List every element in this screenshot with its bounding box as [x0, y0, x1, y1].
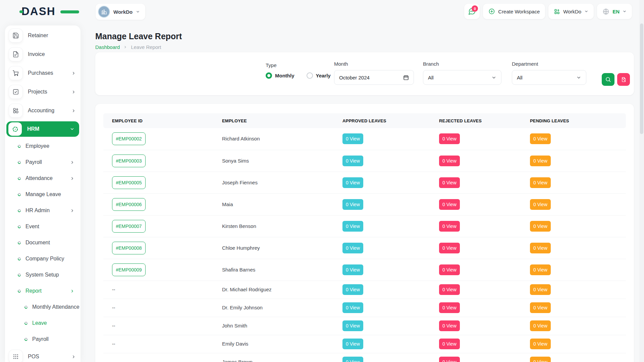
rejected-leaves-view-button[interactable]: 0 View	[439, 177, 460, 188]
sidebar-item-accounting[interactable]: Accounting	[5, 101, 80, 120]
rejected-leaves-view-button[interactable]: 0 View	[439, 243, 460, 253]
breadcrumb: Dashboard Leave Report	[95, 44, 161, 50]
branch-select[interactable]: All	[423, 70, 501, 85]
pending-leaves-view-button[interactable]: 0 View	[530, 221, 551, 232]
scrollbar[interactable]	[639, 0, 644, 362]
bullet-icon	[17, 289, 21, 293]
sidebar-subitem-document[interactable]: Document	[5, 235, 80, 251]
rejected-leaves-view-button[interactable]: 0 View	[439, 264, 460, 275]
pending-leaves-view-button[interactable]: 0 View	[530, 156, 551, 166]
approved-leaves-view-button[interactable]: 0 View	[342, 199, 363, 210]
sidebar-item-purchases[interactable]: Purchases	[5, 64, 80, 82]
pending-leaves-view-button[interactable]: 0 View	[530, 199, 551, 210]
search-button[interactable]	[602, 73, 614, 86]
bullet-icon	[24, 321, 28, 325]
approved-leaves-view-button[interactable]: 0 View	[342, 320, 363, 331]
scrollbar-thumb[interactable]	[640, 23, 643, 134]
employee-name: Dr. Emily Johnson	[222, 305, 263, 310]
rejected-leaves-view-button[interactable]: 0 View	[439, 156, 460, 166]
pending-leaves-view-button[interactable]: 0 View	[530, 177, 551, 188]
workspace-name: WorkDo	[113, 9, 132, 15]
app-switcher-button[interactable]: WorkDo	[548, 4, 594, 19]
messages-button[interactable]: 0	[464, 4, 480, 19]
sidebar-item-label: Payroll	[25, 159, 70, 165]
rejected-leaves-view-button[interactable]: 0 View	[439, 199, 460, 210]
sidebar-subitem-manage-leave[interactable]: Manage Leave	[5, 186, 80, 202]
sidebar-subitem-leave[interactable]: Leave	[5, 315, 80, 331]
approved-leaves-view-button[interactable]: 0 View	[342, 243, 363, 253]
department-filter-group: Department All	[512, 61, 586, 85]
sidebar-item-label: Purchases	[28, 70, 71, 76]
type-radio-yearly[interactable]: Yearly	[307, 72, 331, 79]
month-value: October 2024	[339, 75, 370, 80]
employee-id-button[interactable]: #EMP00007	[112, 220, 146, 233]
sidebar-subitem-report[interactable]: Report	[5, 283, 80, 299]
sidebar-item-label: Document	[25, 240, 74, 246]
sidebar-item-pos[interactable]: POS	[5, 347, 80, 362]
type-radio-monthly[interactable]: Monthly	[266, 72, 294, 79]
approved-leaves-view-button[interactable]: 0 View	[342, 177, 363, 188]
sidebar-subitem-company-policy[interactable]: Company Policy	[5, 251, 80, 267]
rejected-leaves-view-button[interactable]: 0 View	[439, 339, 460, 349]
employee-id-button[interactable]: #EMP00009	[112, 263, 146, 276]
app-switcher-label: WorkDo	[563, 9, 581, 14]
rejected-leaves-view-button[interactable]: 0 View	[439, 221, 460, 232]
approved-leaves-view-button[interactable]: 0 View	[342, 221, 363, 232]
pending-leaves-view-button[interactable]: 0 View	[530, 320, 551, 331]
pending-leaves-view-button[interactable]: 0 View	[530, 284, 551, 295]
approved-leaves-view-button[interactable]: 0 View	[342, 357, 363, 362]
create-workspace-button[interactable]: Create Workspace	[483, 4, 545, 19]
sidebar-subitem-hr-admin[interactable]: HR Admin	[5, 202, 80, 219]
sidebar-item-projects[interactable]: Projects	[5, 82, 80, 101]
reset-filter-button[interactable]	[617, 73, 630, 86]
approved-leaves-view-button[interactable]: 0 View	[342, 133, 363, 144]
rejected-leaves-view-button[interactable]: 0 View	[439, 357, 460, 362]
sidebar-item-label: Monthly Attendance	[32, 304, 79, 310]
language-selector[interactable]: EN	[597, 4, 632, 19]
rejected-leaves-view-button[interactable]: 0 View	[439, 284, 460, 295]
rejected-leaves-view-button[interactable]: 0 View	[439, 320, 460, 331]
month-input[interactable]: October 2024	[334, 70, 414, 85]
rejected-leaves-view-button[interactable]: 0 View	[439, 302, 460, 313]
approved-leaves-view-button[interactable]: 0 View	[342, 284, 363, 295]
pending-leaves-view-button[interactable]: 0 View	[530, 339, 551, 349]
pending-leaves-view-button[interactable]: 0 View	[530, 133, 551, 144]
bullet-icon	[17, 192, 21, 196]
sidebar-item-hrm[interactable]: HRM	[6, 121, 79, 137]
bullet-icon	[17, 176, 21, 180]
pending-leaves-view-button[interactable]: 0 View	[530, 264, 551, 275]
approved-leaves-view-button[interactable]: 0 View	[342, 302, 363, 313]
rejected-leaves-view-button[interactable]: 0 View	[439, 133, 460, 144]
branch-label: Branch	[423, 61, 501, 67]
employee-id-button[interactable]: #EMP00008	[112, 242, 146, 254]
approved-leaves-view-button[interactable]: 0 View	[342, 339, 363, 349]
column-header: EMPLOYEE ID	[103, 113, 213, 128]
sidebar-subitem-payroll[interactable]: Payroll	[5, 331, 80, 347]
employee-id-button[interactable]: #EMP00003	[112, 155, 146, 167]
approved-leaves-view-button[interactable]: 0 View	[342, 156, 363, 166]
sidebar-subitem-event[interactable]: Event	[5, 219, 80, 235]
employee-name: John Smith	[222, 323, 247, 328]
employee-id-button[interactable]: #EMP00006	[112, 198, 146, 211]
employee-id-button[interactable]: #EMP00002	[112, 132, 146, 145]
department-select[interactable]: All	[512, 70, 586, 85]
chevron-right-icon	[71, 109, 76, 113]
sidebar-subitem-payroll[interactable]: Payroll	[5, 154, 80, 170]
workspace-selector[interactable]: WorkDo	[96, 4, 145, 20]
breadcrumb-dashboard-link[interactable]: Dashboard	[95, 44, 120, 50]
sidebar-subitem-monthly-attendance[interactable]: Monthly Attendance	[5, 299, 80, 315]
topbar: DASH WorkDo 0 Create Workspace	[0, 0, 644, 23]
approved-leaves-view-button[interactable]: 0 View	[342, 264, 363, 275]
sidebar-subitem-employee[interactable]: Employee	[5, 138, 80, 154]
sidebar-item-label: Employee	[25, 143, 74, 149]
sidebar-subitem-attendance[interactable]: Attendance	[5, 170, 80, 186]
pending-leaves-view-button[interactable]: 0 View	[530, 243, 551, 253]
pending-leaves-view-button[interactable]: 0 View	[530, 302, 551, 313]
radio-label: Monthly	[275, 73, 294, 78]
sidebar-item-label: Accounting	[28, 108, 71, 114]
sidebar-item-invoice[interactable]: Invoice	[5, 45, 80, 64]
sidebar-item-retainer[interactable]: Retainer	[5, 26, 80, 45]
pending-leaves-view-button[interactable]: 0 View	[530, 357, 551, 362]
sidebar-subitem-system-setup[interactable]: System Setup	[5, 267, 80, 283]
employee-id-button[interactable]: #EMP00005	[112, 176, 146, 189]
